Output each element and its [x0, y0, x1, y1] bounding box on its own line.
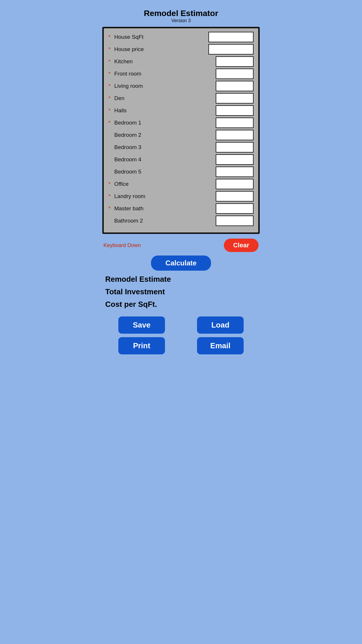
input-kitchen[interactable] [216, 56, 254, 67]
label-front-room: Front room [114, 71, 141, 77]
form-row-bedroom-2: Bedroom 2 [108, 130, 254, 140]
label-landry-room: Landry room [114, 193, 145, 200]
required-star-master-bath: * [108, 206, 113, 212]
remodel-estimate-label: Remodel Estimate [105, 275, 257, 284]
label-bedroom-5: Bedroom 5 [114, 169, 141, 175]
input-landry-room[interactable] [216, 191, 254, 202]
required-star-landry-room: * [108, 193, 113, 200]
required-star-kitchen: * [108, 59, 113, 65]
total-investment-label: Total Investment [105, 287, 257, 296]
label-kitchen: Kitchen [114, 58, 133, 65]
results-section: Remodel Estimate Total Investment Cost p… [102, 275, 260, 312]
form-row-house-sqft: *House SqFt [108, 32, 254, 42]
required-star-bedroom-3 [108, 144, 113, 150]
required-star-house-price: * [108, 46, 113, 52]
keyboard-down-label: Keyboard Down [103, 242, 141, 249]
label-den: Den [114, 95, 124, 102]
input-master-bath[interactable] [216, 203, 254, 214]
input-halls[interactable] [216, 105, 254, 116]
app-version: Version 3 [171, 18, 191, 23]
form-row-office: *Office [108, 179, 254, 189]
label-bathroom-2: Bathroom 2 [114, 218, 143, 224]
required-star-front-room: * [108, 71, 113, 77]
print-button[interactable]: Print [118, 337, 165, 354]
required-star-bedroom-4 [108, 157, 113, 163]
label-house-sqft: House SqFt [114, 34, 143, 40]
label-halls: Halls [114, 107, 126, 114]
controls-row: Keyboard Down Clear [102, 239, 260, 252]
form-row-living-room: *Living room [108, 81, 254, 91]
app-title: Remodel Estimator [144, 9, 218, 18]
input-bedroom-3[interactable] [216, 142, 254, 153]
label-house-price: House price [114, 46, 144, 52]
label-bedroom-4: Bedroom 4 [114, 156, 141, 163]
input-bedroom-4[interactable] [216, 154, 254, 165]
form-row-master-bath: *Master bath [108, 203, 254, 214]
required-star-office: * [108, 181, 113, 187]
cost-per-sqft-label: Cost per SqFt. [105, 300, 257, 309]
form-row-house-price: *House price [108, 44, 254, 55]
label-office: Office [114, 181, 129, 187]
form-row-bedroom-4: Bedroom 4 [108, 154, 254, 165]
input-bedroom-1[interactable] [216, 118, 254, 128]
required-star-den: * [108, 95, 113, 102]
input-front-room[interactable] [216, 69, 254, 79]
form-row-halls: *Halls [108, 105, 254, 116]
label-bedroom-3: Bedroom 3 [114, 144, 141, 150]
input-den[interactable] [216, 93, 254, 104]
save-button[interactable]: Save [118, 316, 165, 334]
required-star-living-room: * [108, 83, 113, 89]
email-button[interactable]: Email [197, 337, 244, 354]
required-star-halls: * [108, 108, 113, 114]
form-row-bedroom-5: Bedroom 5 [108, 167, 254, 177]
input-house-sqft[interactable] [208, 32, 254, 42]
required-star-house-sqft: * [108, 34, 113, 40]
load-button[interactable]: Load [197, 316, 244, 334]
label-bedroom-2: Bedroom 2 [114, 132, 141, 138]
label-living-room: Living room [114, 83, 143, 89]
form-row-bathroom-2: Bathroom 2 [108, 216, 254, 226]
clear-button[interactable]: Clear [224, 239, 259, 252]
form-container: *House SqFt*House price*Kitchen*Front ro… [102, 27, 260, 234]
form-row-front-room: *Front room [108, 69, 254, 79]
label-bedroom-1: Bedroom 1 [114, 120, 141, 126]
required-star-bedroom-5 [108, 169, 113, 175]
required-star-bedroom-1: * [108, 120, 113, 126]
required-star-bedroom-2 [108, 132, 113, 138]
form-row-bedroom-3: Bedroom 3 [108, 142, 254, 153]
input-house-price[interactable] [208, 44, 254, 55]
required-star-bathroom-2 [108, 218, 113, 224]
calculate-button[interactable]: Calculate [151, 256, 211, 271]
form-row-den: * Den [108, 93, 254, 104]
form-row-landry-room: *Landry room [108, 191, 254, 202]
input-living-room[interactable] [216, 81, 254, 91]
input-bathroom-2[interactable] [216, 216, 254, 226]
form-row-kitchen: *Kitchen [108, 56, 254, 67]
label-master-bath: Master bath [114, 205, 143, 212]
input-bedroom-2[interactable] [216, 130, 254, 140]
input-office[interactable] [216, 179, 254, 189]
input-bedroom-5[interactable] [216, 167, 254, 177]
form-row-bedroom-1: *Bedroom 1 [108, 118, 254, 128]
save-load-row: Save Load [102, 316, 260, 334]
print-email-row: Print Email [102, 337, 260, 354]
